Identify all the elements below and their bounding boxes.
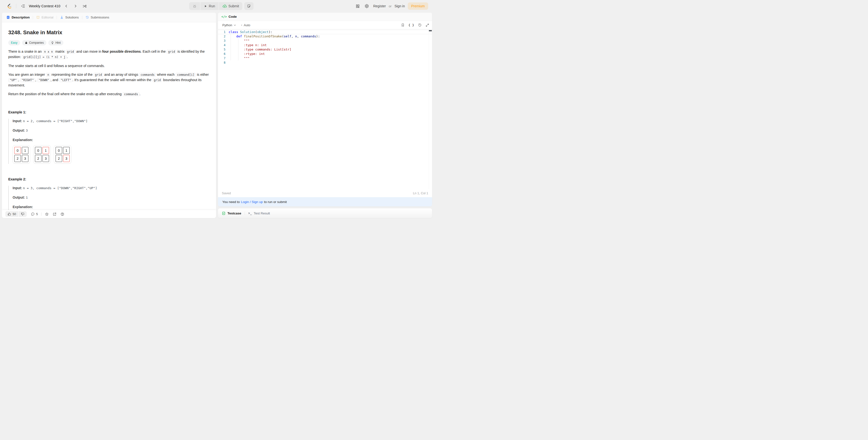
leetcode-logo[interactable] [6,3,12,9]
testcase-check-icon [222,211,225,215]
problem-paragraph: Return the position of the final cell wh… [8,92,210,97]
problem-footer: 50 5 [2,210,216,218]
run-button[interactable]: Run [200,2,218,10]
comment-icon [31,212,35,216]
problem-list-icon[interactable] [20,3,27,9]
code-line: 7 """ [218,56,432,60]
tab-description[interactable]: Description [6,16,30,19]
submit-button[interactable]: Submit [219,2,243,10]
code-icon: </> [221,15,227,19]
contest-title[interactable]: Weekly Contest 410 [29,4,60,8]
prev-problem-button[interactable] [63,3,70,9]
example-input: Input: n = 2, commands = ["RIGHT","DOWN"… [12,119,210,123]
bookmark-icon[interactable] [401,23,405,27]
console-panel: Testcase >_ Test Result [218,208,432,218]
fullscreen-icon[interactable] [426,23,429,27]
code-line: 5 :type commands: List[str] [218,47,432,52]
like-button[interactable]: 50 [5,211,18,217]
settings-gear-icon[interactable] [363,3,370,9]
grid-cell: 0 [14,147,21,154]
login-signup-link[interactable]: Login / Sign up [241,200,263,204]
thumbs-up-icon [7,212,11,216]
shuffle-icon[interactable] [81,3,88,9]
code-toolbar: Python • Auto { } [218,21,432,29]
line-number: 2 [218,34,229,39]
description-panel: Description Editorial Solutions [2,12,216,218]
companies-badge[interactable]: Companies [22,40,46,46]
line-number: 7 [218,56,229,60]
comment-count: 5 [36,212,38,216]
editor-scrollbar[interactable] [429,29,432,189]
inline-code-chip: grid[i][j] = (i * n) + j [22,55,67,59]
comments-button[interactable]: 5 [31,212,38,216]
problem-paragraph: The snake starts at cell 0 and follows a… [8,63,210,68]
example-heading: Example 1: [8,110,210,114]
dislike-button[interactable] [19,211,27,217]
inline-code-chip: "UP" [8,78,18,82]
layout-switcher-icon[interactable] [354,3,361,9]
inline-code-chip: commands [123,92,140,96]
lock-icon [25,41,28,44]
problem-title: 3248. Snake in Matrix [8,29,210,36]
grid-cell: 3 [42,155,49,162]
inline-code-chip: "LEFT" [59,78,72,82]
grid-cell: 3 [22,155,28,162]
code-panel-title: Code [229,15,237,19]
code-line: 6 :rtype: int [218,52,432,56]
auto-indicator[interactable]: • Auto [241,23,250,27]
tab-test-result[interactable]: >_ Test Result [248,211,270,215]
tab-editorial[interactable]: Editorial [36,16,54,19]
top-nav: Weekly Contest 410 Run [0,0,434,12]
editorial-book-icon [36,16,40,19]
like-count: 50 [12,212,16,216]
code-line: 1class Solution(object): [218,30,432,34]
example-section: Example 1: Input: n = 2, commands = ["RI… [8,110,210,164]
tab-submissions[interactable]: Submissions [85,16,110,19]
problem-paragraph: There is a snake in an n x n matrix grid… [8,49,210,60]
format-code-icon[interactable]: { } [408,23,414,27]
code-panel-header: </> Code [218,12,432,21]
tab-solutions[interactable]: Solutions [59,16,80,19]
code-editor[interactable]: 1class Solution(object):2 def finalPosit… [218,29,432,189]
premium-button[interactable]: Premium [408,2,428,10]
language-selector[interactable]: Python [221,23,238,28]
signin-link[interactable]: Sign in [394,3,405,9]
reset-code-icon[interactable] [418,23,422,27]
cursor-position: Ln 1, Col 1 [413,192,428,195]
grid-cell: 2 [35,155,41,162]
tab-testcase[interactable]: Testcase [222,211,241,215]
inline-code-chip: grid [166,50,177,54]
grid-cell: 3 [63,155,70,162]
example-input: Input: n = 3, commands = ["DOWN","RIGHT"… [12,186,210,190]
submissions-history-icon [86,16,89,19]
register-link[interactable]: Register [373,3,386,9]
code-line: 3 """ [218,39,432,43]
difficulty-badge[interactable]: Easy [8,40,20,46]
inline-code-chip: command[i] [176,73,196,77]
grid-cell: 1 [22,147,28,154]
examples-section: Example 1: Input: n = 2, commands = ["RI… [8,110,210,218]
debug-button[interactable] [189,2,200,10]
help-icon[interactable] [60,212,64,216]
share-icon[interactable] [53,212,57,216]
favorite-star-icon[interactable] [45,212,49,216]
line-number: 5 [218,47,229,52]
grid-cell: 0 [35,147,41,154]
editor-statusbar: Saved Ln 1, Col 1 [218,189,432,197]
terminal-icon: >_ [248,211,252,215]
or-label: or [389,4,392,8]
matrix-grid: 0123 [54,145,71,164]
thumbs-down-icon [21,212,25,216]
lightbulb-icon [51,41,54,44]
grid-cell: 1 [63,147,70,154]
inline-code-chip: grid [65,50,75,54]
next-problem-button[interactable] [72,3,79,9]
hint-badge[interactable]: Hint [48,40,63,46]
notes-icon[interactable] [244,2,254,10]
problem-statement: There is a snake in an n x n matrix grid… [8,49,210,97]
example-output: Output: 3 [12,128,210,133]
code-line: 4 :type n: int [218,43,432,47]
line-number: 3 [218,39,229,43]
inline-code-chip: commands [139,73,156,77]
description-icon [6,16,10,19]
